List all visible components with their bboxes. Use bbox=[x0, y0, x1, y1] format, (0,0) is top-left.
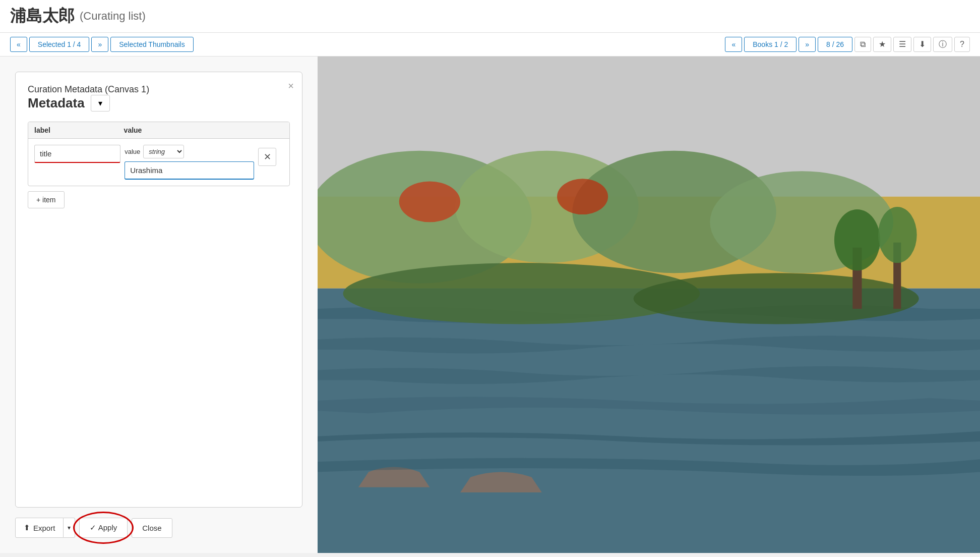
action-buttons: ⬆ Export ▾ ✓ Apply Close bbox=[15, 518, 302, 538]
left-panel: Curation Metadata (Canvas 1) × Metadata … bbox=[0, 57, 318, 553]
value-type-row: value string number boolean bbox=[125, 145, 254, 158]
list-icon-btn[interactable]: ☰ bbox=[893, 37, 911, 52]
navbar-right: « Books 1 / 2 » 8 / 26 ⧉ ★ ☰ ⬇ ⓘ ? bbox=[725, 37, 970, 52]
books-prev-btn[interactable]: « bbox=[725, 37, 742, 52]
selected-prev-btn[interactable]: « bbox=[10, 37, 27, 52]
thumbnails-btn[interactable]: Selected Thumbnails bbox=[110, 37, 193, 52]
svg-point-14 bbox=[878, 207, 917, 263]
export-caret-btn[interactable]: ▾ bbox=[64, 518, 75, 538]
edit-icon-btn[interactable]: ⧉ bbox=[854, 37, 871, 52]
books-label-btn[interactable]: Books 1 / 2 bbox=[744, 37, 797, 52]
navbar: « Selected 1 / 4 » Selected Thumbnails «… bbox=[0, 33, 980, 57]
add-item-btn[interactable]: + item bbox=[28, 191, 65, 208]
metadata-label: Metadata bbox=[28, 95, 85, 111]
type-select[interactable]: string number boolean bbox=[143, 145, 184, 158]
navbar-left: « Selected 1 / 4 » Selected Thumbnails bbox=[10, 37, 194, 52]
download-icon-btn[interactable]: ⬇ bbox=[913, 37, 931, 52]
svg-point-12 bbox=[834, 209, 880, 270]
col-value-header: value bbox=[124, 126, 258, 134]
books-next-btn[interactable]: » bbox=[799, 37, 816, 52]
apply-btn-wrapper: ✓ Apply bbox=[79, 518, 128, 538]
metadata-dropdown-btn[interactable]: ▾ bbox=[91, 95, 110, 112]
right-panel bbox=[318, 57, 980, 553]
modal-close-btn[interactable]: × bbox=[288, 80, 294, 92]
svg-point-6 bbox=[399, 181, 460, 222]
svg-point-7 bbox=[557, 179, 608, 214]
value-cell: value string number boolean bbox=[125, 145, 254, 180]
export-btn[interactable]: ⬆ Export bbox=[15, 518, 64, 538]
help-icon-btn[interactable]: ? bbox=[954, 37, 970, 52]
star-icon-btn[interactable]: ★ bbox=[873, 37, 891, 52]
metadata-header: Metadata ▾ bbox=[28, 95, 290, 112]
selected-label-btn[interactable]: Selected 1 / 4 bbox=[29, 37, 90, 52]
svg-point-10 bbox=[634, 273, 919, 324]
curation-modal: Curation Metadata (Canvas 1) × Metadata … bbox=[15, 72, 302, 508]
table-body: value string number boolean ✕ bbox=[28, 139, 289, 186]
selected-next-btn[interactable]: » bbox=[91, 37, 108, 52]
apply-btn[interactable]: ✓ Apply bbox=[79, 518, 128, 538]
page-subtitle: (Curating list) bbox=[80, 10, 146, 23]
action-cell: ✕ bbox=[258, 145, 283, 166]
header: 浦島太郎 (Curating list) bbox=[0, 0, 980, 33]
table-header: label value bbox=[28, 122, 289, 139]
col-label-header: label bbox=[34, 126, 124, 134]
label-cell bbox=[34, 145, 120, 163]
col-action-header bbox=[258, 126, 283, 134]
value-input[interactable] bbox=[125, 161, 254, 180]
metadata-table: label value value string bbox=[28, 122, 290, 186]
modal-title: Curation Metadata (Canvas 1) bbox=[28, 84, 149, 94]
value-label-small: value bbox=[125, 148, 140, 155]
painting-image bbox=[318, 57, 980, 553]
svg-rect-8 bbox=[318, 289, 980, 553]
table-row: value string number boolean ✕ bbox=[34, 145, 283, 180]
delete-row-btn[interactable]: ✕ bbox=[258, 148, 276, 166]
export-icon: ⬆ bbox=[24, 523, 30, 532]
close-action-btn[interactable]: Close bbox=[132, 518, 172, 538]
page-title: 浦島太郎 bbox=[10, 5, 75, 27]
export-label: Export bbox=[33, 524, 55, 532]
info-icon-btn[interactable]: ⓘ bbox=[933, 37, 952, 52]
export-group: ⬆ Export ▾ bbox=[15, 518, 75, 538]
page-counter-btn[interactable]: 8 / 26 bbox=[818, 37, 852, 52]
main-content: Curation Metadata (Canvas 1) × Metadata … bbox=[0, 57, 980, 553]
label-input[interactable] bbox=[34, 145, 120, 163]
